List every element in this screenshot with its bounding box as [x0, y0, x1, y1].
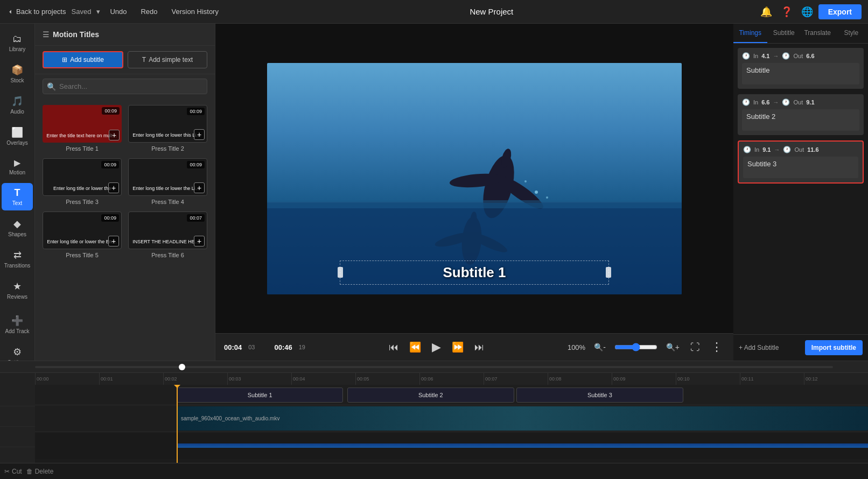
- video-area: Subtitle 1 00:04 03 00:46 19 ⏮ ⏪ ▶ ⏩ ⏭ 1…: [215, 24, 733, 361]
- preset-thumb-text-press2: Enter long title or lower this Line 2: [132, 132, 203, 138]
- search-box: 🔍: [35, 74, 215, 98]
- back-to-projects-button[interactable]: Back to projects: [6, 8, 66, 16]
- timing-clock-icon-2: 🕐: [742, 98, 750, 106]
- subtitle-selection-box[interactable]: Subtitle 1: [340, 260, 609, 285]
- preset-plus-press5[interactable]: +: [108, 236, 119, 246]
- saved-dropdown-icon[interactable]: ▾: [96, 8, 100, 16]
- skip-to-end-button[interactable]: ⏭: [472, 340, 486, 355]
- sidebar-item-reviews[interactable]: ★ Reviews: [2, 276, 33, 304]
- subtitle-handle-right[interactable]: [606, 267, 611, 278]
- timeline-subtitle-block-2[interactable]: Subtitle 2: [347, 388, 514, 403]
- preset-label-press5: Press Title 5: [43, 252, 122, 258]
- scrubber-handle[interactable]: [179, 364, 185, 370]
- motion-icon: ▶: [14, 158, 20, 168]
- sidebar-item-transitions[interactable]: ⇄ Transitions: [2, 245, 33, 273]
- sidebar-item-add-track[interactable]: ➕ Add Track: [2, 311, 33, 339]
- preset-item-press6[interactable]: 00:07 INSERT THE HEADLINE HERE ON 2 LINE…: [128, 212, 207, 258]
- rewind-button[interactable]: ⏪: [407, 339, 423, 355]
- version-history-button[interactable]: Version History: [167, 5, 223, 18]
- globe-icon[interactable]: 🌐: [801, 6, 813, 18]
- timeline-scrubber: [0, 361, 868, 373]
- timeline-subtitle-block-1[interactable]: Subtitle 1: [177, 388, 343, 403]
- sidebar-item-audio[interactable]: 🎵 Audio: [2, 91, 33, 119]
- tab-style[interactable]: Style: [835, 24, 869, 43]
- panel-title: Motion Titles: [53, 30, 99, 39]
- skip-to-start-button[interactable]: ⏮: [387, 340, 401, 355]
- timeline-subtitle-block-3[interactable]: Subtitle 3: [516, 388, 683, 403]
- timing-clock-icon-out-2: 🕐: [782, 98, 790, 106]
- tab-timings[interactable]: Timings: [733, 24, 767, 43]
- overflow-menu-button[interactable]: ⋮: [709, 338, 725, 356]
- zoom-out-button[interactable]: 🔍-: [592, 341, 608, 354]
- subtitle-handle-left[interactable]: [338, 267, 343, 278]
- preset-badge-press1: 00:09: [102, 107, 120, 115]
- track-label-audio: [0, 427, 35, 447]
- out-val-2[interactable]: 9.1: [806, 99, 814, 105]
- redo-button[interactable]: Redo: [136, 5, 162, 18]
- project-title: New Project: [228, 7, 755, 16]
- delete-icon: 🗑: [26, 468, 33, 475]
- sidebar-item-motion[interactable]: ▶ Motion: [2, 153, 33, 180]
- preset-label-press2: Press Title 2: [128, 145, 207, 152]
- preset-thumb-text-press1: Enter the title text here on multiple li…: [46, 133, 117, 138]
- add-subtitle-link[interactable]: + Add Subtitle: [739, 344, 801, 351]
- zoom-in-button[interactable]: 🔍+: [664, 341, 682, 354]
- out-label-3: Out: [794, 146, 804, 153]
- notification-icon[interactable]: 🔔: [760, 6, 772, 18]
- sidebar-item-shapes[interactable]: ◆ Shapes: [2, 214, 33, 242]
- video-birds-svg: [267, 63, 682, 294]
- out-val-3[interactable]: 11.6: [807, 146, 818, 153]
- fast-forward-button[interactable]: ⏩: [450, 339, 466, 355]
- preset-thumb-text-press3: Enter long title or lower the: [47, 186, 117, 191]
- sidebar-item-library[interactable]: 🗂 Library: [2, 29, 33, 57]
- cut-button[interactable]: ✂ Cut: [4, 468, 22, 475]
- sidebar-item-text[interactable]: T Text: [2, 183, 33, 210]
- sidebar-item-settings[interactable]: ⚙ Settings: [2, 342, 33, 361]
- right-panel: Timings Subtitle Translate Style 🕐 In 4.…: [733, 24, 868, 361]
- scrubber-track[interactable]: [35, 366, 833, 368]
- help-icon[interactable]: ❓: [781, 6, 793, 18]
- preset-item-press4[interactable]: 00:09 Enter long title or lower the Line…: [128, 158, 207, 205]
- preset-item-press2[interactable]: 00:09 Enter long title or lower this Lin…: [128, 105, 207, 152]
- search-input[interactable]: [43, 79, 207, 94]
- preset-item-press5[interactable]: 00:09 Enter long title or lower the Ente…: [43, 212, 122, 258]
- video-track-filename: sample_960x400_ocean_with_audio.mkv: [181, 415, 279, 421]
- shapes-icon: ◆: [13, 218, 21, 230]
- search-wrapper: 🔍: [43, 79, 207, 94]
- add-simple-text-button[interactable]: T Add simple text: [128, 51, 207, 68]
- subtitle-entry-2: 🕐 In 6.6 → 🕐 Out 9.1 Subtitle 2: [738, 94, 864, 135]
- preset-plus-press1[interactable]: +: [109, 130, 120, 140]
- in-val-3[interactable]: 9.1: [762, 146, 771, 153]
- play-pause-button[interactable]: ▶: [430, 338, 443, 356]
- preset-item-press1[interactable]: 00:09 Enter the title text here on multi…: [43, 105, 122, 152]
- in-val-2[interactable]: 6.6: [761, 99, 769, 105]
- preset-label-press1: Press Title 1: [43, 145, 122, 152]
- import-subtitle-button[interactable]: Import subtitle: [805, 340, 863, 355]
- sidebar-item-stock[interactable]: 📦 Stock: [2, 60, 33, 88]
- subtitle-text-3[interactable]: Subtitle 3: [743, 157, 858, 178]
- preset-plus-press2[interactable]: +: [194, 129, 205, 140]
- subtitle-text-1[interactable]: Subtitle: [742, 63, 859, 84]
- ruler-mark-10: 00:10: [676, 373, 740, 385]
- fullscreen-button[interactable]: ⛶: [688, 340, 702, 355]
- left-sidebar: 🗂 Library 📦 Stock 🎵 Audio ⬜ Overlays ▶ M…: [0, 24, 35, 361]
- zoom-slider[interactable]: [614, 343, 657, 351]
- preset-plus-press6[interactable]: +: [194, 236, 205, 246]
- preset-item-press3[interactable]: 00:09 Enter long title or lower the + Pr…: [43, 158, 122, 205]
- svg-point-10: [535, 191, 538, 194]
- right-panel-tabs: Timings Subtitle Translate Style: [733, 24, 868, 44]
- add-subtitle-button[interactable]: ⊞ Add subtitle: [43, 51, 123, 68]
- subtitle-text-2[interactable]: Subtitle 2: [742, 109, 859, 131]
- tab-subtitle[interactable]: Subtitle: [767, 24, 801, 43]
- out-val-1[interactable]: 6.6: [806, 53, 814, 59]
- preset-plus-press4[interactable]: +: [194, 182, 205, 193]
- preset-thumb-press6: 00:07 INSERT THE HEADLINE HERE ON 2 LINE…: [128, 212, 207, 249]
- sidebar-item-overlays[interactable]: ⬜ Overlays: [2, 122, 33, 150]
- export-button[interactable]: Export: [818, 4, 862, 19]
- video-controls: 00:04 03 00:46 19 ⏮ ⏪ ▶ ⏩ ⏭ 100% 🔍- 🔍+ ⛶…: [215, 333, 733, 361]
- in-val-1[interactable]: 4.1: [761, 53, 769, 59]
- undo-button[interactable]: Undo: [106, 5, 131, 18]
- delete-button[interactable]: 🗑 Delete: [26, 468, 54, 475]
- tab-translate[interactable]: Translate: [801, 24, 835, 43]
- preset-plus-press3[interactable]: +: [108, 182, 119, 193]
